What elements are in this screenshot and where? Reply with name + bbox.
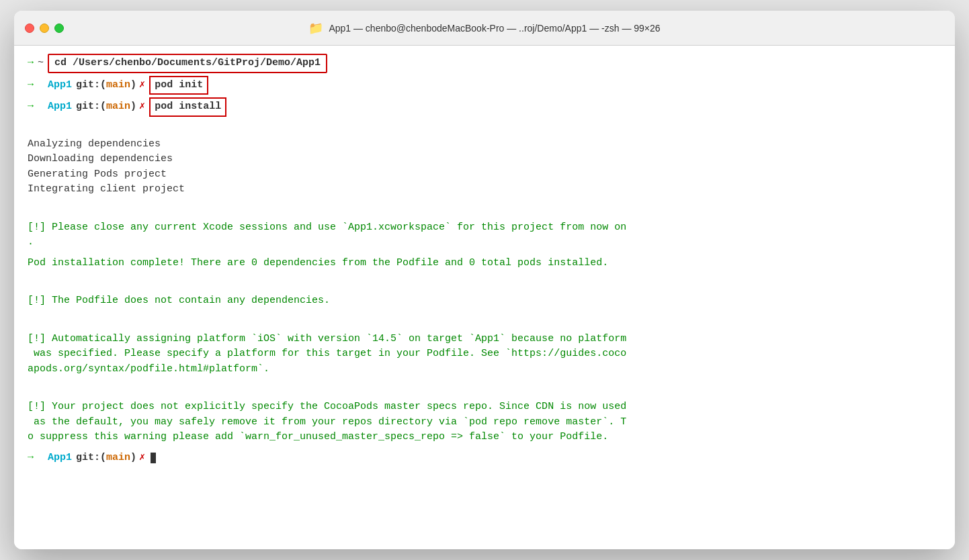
- app-name-2: App1: [48, 78, 72, 93]
- green-output-3: [!] The Podfile does not contain any dep…: [28, 293, 941, 309]
- folder-icon: 📁: [308, 21, 323, 36]
- green-output-4: [!] Automatically assigning platform `iO…: [28, 332, 941, 377]
- final-branch: main: [106, 451, 130, 466]
- cd-command-boxed: cd /Users/chenbo/Documents/GitProj/Demo/…: [48, 54, 327, 73]
- terminal-body[interactable]: → ~ cd /Users/chenbo/Documents/GitProj/D…: [14, 46, 955, 549]
- green-line-3: [!] The Podfile does not contain any dep…: [28, 293, 941, 309]
- window-title: App1 — chenbo@chenbodeMacBook-Pro — ..ro…: [329, 23, 660, 34]
- final-git-label: git:: [76, 451, 100, 466]
- output-line-3: Generating Pods project: [28, 167, 941, 183]
- green-line-4c: apods.org/syntax/podfile.html#platform`.: [28, 362, 941, 377]
- git-label-3: git:: [76, 99, 100, 115]
- cursor: [151, 453, 156, 463]
- final-arrow: →: [28, 451, 34, 466]
- x-3: ✗: [139, 99, 145, 115]
- green-output-2: Pod installation complete! There are 0 d…: [28, 256, 941, 271]
- green-line-2: Pod installation complete! There are 0 d…: [28, 256, 941, 271]
- final-x: ✗: [139, 451, 145, 466]
- green-line-4b: was specified. Please specify a platform…: [28, 346, 941, 362]
- minimize-button[interactable]: [40, 24, 49, 33]
- branch-close-3: ): [130, 99, 136, 115]
- traffic-lights: [25, 24, 64, 33]
- green-line-4a: [!] Automatically assigning platform `iO…: [28, 332, 941, 347]
- app-name-3: App1: [48, 99, 72, 115]
- terminal-window: 📁 App1 — chenbo@chenbodeMacBook-Pro — ..…: [14, 11, 955, 549]
- final-app-name: App1: [48, 451, 72, 466]
- green-line-1b: .: [28, 235, 941, 250]
- green-output-1: [!] Please close any current Xcode sessi…: [28, 220, 941, 250]
- branch-open-3: (: [100, 99, 106, 115]
- branch-open-2: (: [100, 78, 106, 93]
- green-line-1a: [!] Please close any current Xcode sessi…: [28, 220, 941, 236]
- pod-init-command: pod init: [149, 76, 208, 95]
- branch-3: main: [106, 99, 130, 115]
- green-line-5a: [!] Your project does not explicitly spe…: [28, 400, 941, 415]
- prompt-line-3: → App1 git: ( main ) ✗ pod install: [28, 97, 941, 117]
- titlebar: 📁 App1 — chenbo@chenbodeMacBook-Pro — ..…: [14, 11, 955, 46]
- prompt-line-1: → ~ cd /Users/chenbo/Documents/GitProj/D…: [28, 54, 941, 73]
- output-line-4: Integrating client project: [28, 182, 941, 197]
- green-line-5c: o suppress this warning please add `warn…: [28, 430, 941, 445]
- green-output-5: [!] Your project does not explicitly spe…: [28, 400, 941, 445]
- maximize-button[interactable]: [54, 24, 64, 33]
- x-2: ✗: [139, 78, 145, 93]
- final-branch-open: (: [100, 451, 106, 466]
- prompt-line-2: → App1 git: ( main ) ✗ pod init: [28, 76, 941, 95]
- arrow-1: →: [28, 56, 34, 71]
- arrow-3: →: [28, 99, 34, 115]
- output-line-1: Analyzing dependencies: [28, 137, 941, 152]
- git-label-2: git:: [76, 78, 100, 93]
- output-line-2: Downloading dependencies: [28, 152, 941, 167]
- output-block: Analyzing dependencies Downloading depen…: [28, 137, 941, 197]
- close-button[interactable]: [25, 24, 34, 33]
- green-line-5b: as the default, you may safely remove it…: [28, 415, 941, 430]
- title-area: 📁 App1 — chenbo@chenbodeMacBook-Pro — ..…: [308, 21, 660, 36]
- branch-close-2: ): [130, 78, 136, 93]
- arrow-2: →: [28, 78, 34, 93]
- pod-install-command: pod install: [149, 97, 226, 117]
- tilde-1: ~: [38, 56, 44, 71]
- branch-2: main: [106, 78, 130, 93]
- final-prompt-line: → App1 git: ( main ) ✗: [28, 451, 941, 466]
- final-branch-close: ): [130, 451, 136, 466]
